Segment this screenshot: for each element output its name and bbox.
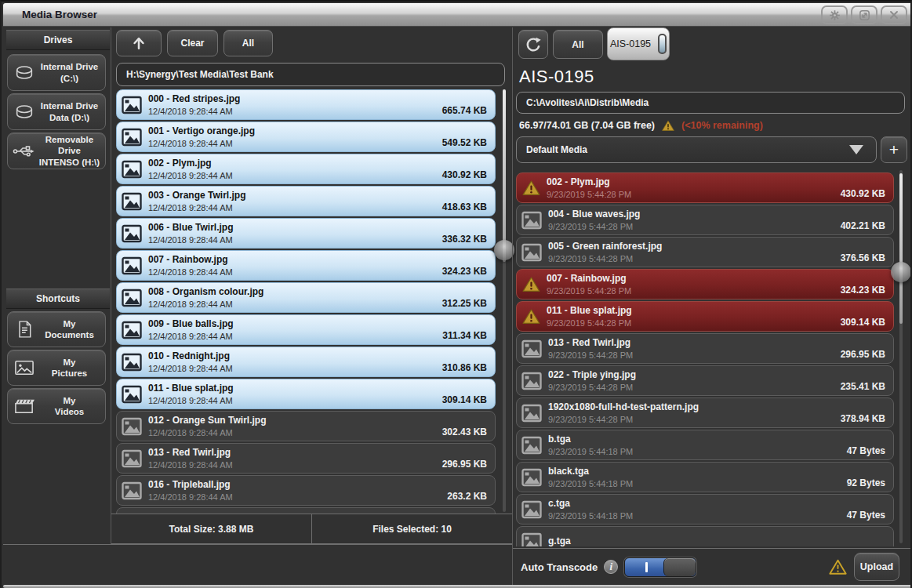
dest-scrollbar-track[interactable] (899, 170, 903, 543)
file-size: 47 Bytes (847, 510, 885, 521)
dest-file-row[interactable]: 1920x1080-full-hd-test-pattern.jpg 9/23/… (516, 397, 894, 428)
dest-path-field[interactable]: C:\Avolites\Ai\Distrib\Media (516, 92, 905, 114)
file-name: 010 - Rednight.jpg (148, 350, 233, 363)
panel-divider (512, 27, 513, 585)
file-size: 324.23 KB (841, 285, 885, 296)
dest-file-row[interactable]: b.tga 9/23/2019 5:44:18 PM 47 Bytes (516, 430, 894, 460)
source-file-row[interactable]: 010 - Rednight.jpg 12/4/2018 9:28:44 AM … (116, 347, 496, 377)
source-file-row[interactable]: 001 - Vertigo orange.jpg 12/4/2018 9:28:… (116, 122, 496, 152)
source-file-row[interactable]: 006 - Blue Twirl.jpg 12/4/2018 9:28:44 A… (116, 218, 496, 249)
source-footer: Total Size: 3.88 MB Files Selected: 10 (111, 514, 512, 544)
refresh-icon (525, 36, 542, 53)
resize-button[interactable] (851, 5, 877, 24)
dest-file-row[interactable]: 022 - Triple ying.jpg 9/23/2019 5:44:28 … (516, 365, 894, 396)
file-size: 296.95 KB (442, 459, 487, 470)
dest-bottom-bar: Auto Transcode i Upload (513, 548, 912, 585)
file-name: 022 - Triple ying.jpg (548, 369, 636, 382)
image-file-icon (122, 256, 142, 276)
source-file-row[interactable]: 012 - Orange Sun Twirl.jpg 12/4/2018 9:2… (116, 411, 496, 441)
dest-all-button[interactable]: All (553, 30, 603, 59)
source-file-row[interactable]: 013 - Red Twirl.jpg 12/4/2018 9:28:44 AM… (116, 443, 496, 474)
storage-info-row: 66.97/74.01 GB (7.04 GB free) (<10% rema… (519, 118, 763, 133)
source-path-field[interactable]: H:\Synergy\Test Media\Test Bank (116, 63, 505, 86)
clear-selection-button[interactable]: Clear (167, 30, 218, 56)
dest-file-row[interactable]: g.tga (516, 526, 894, 546)
dest-file-row[interactable]: 004 - Blue waves.jpg 9/23/2019 5:44:28 P… (516, 205, 894, 235)
dest-file-row[interactable]: 005 - Green rainforest.jpg 9/23/2019 5:4… (516, 237, 894, 267)
document-icon (12, 319, 37, 339)
dest-file-row[interactable]: 013 - Red Twirl.jpg 9/23/2019 5:44:28 PM… (516, 333, 894, 364)
refresh-button[interactable] (518, 30, 548, 59)
dest-file-row[interactable]: 002 - Plym.jpg 9/23/2019 5:44:28 PM 430.… (516, 172, 894, 203)
drive-button[interactable]: Removable DriveINTENSO (H:\) (7, 132, 106, 169)
drive-button[interactable]: Internal DriveData (D:\) (7, 93, 106, 130)
dest-file-row[interactable]: black.tga 9/23/2019 5:44:18 PM 92 Bytes (516, 462, 894, 492)
titlebar[interactable]: Media Browser (3, 3, 912, 27)
source-file-row[interactable]: 016 - Tripleball.jpg 12/4/2018 9:28:44 A… (116, 475, 496, 506)
file-date: 9/23/2019 5:44:28 PM (548, 253, 662, 264)
source-file-row[interactable]: 000 - Red stripes.jpg 12/4/2018 9:28:44 … (116, 89, 496, 120)
image-file-icon (122, 223, 142, 244)
source-file-row[interactable]: 007 - Rainbow.jpg 12/4/2018 9:28:44 AM 3… (116, 250, 496, 281)
file-size: 376.56 KB (841, 252, 885, 263)
warning-icon (521, 275, 541, 294)
shortcut-label: MyPictures (37, 357, 105, 379)
drive-button[interactable]: Internal Drive(C:\) (7, 54, 106, 91)
source-file-row[interactable]: 008 - Organism colour.jpg 12/4/2018 9:28… (116, 282, 496, 313)
drive-label: Internal DriveData (D:\) (37, 100, 105, 123)
file-size: 430.92 KB (442, 169, 487, 180)
usb-icon (12, 142, 37, 161)
source-file-row[interactable]: 003 - Orange Twirl.jpg 12/4/2018 9:28:44… (116, 186, 496, 216)
source-file-row[interactable]: 002 - Plym.jpg 12/4/2018 9:28:44 AM 430.… (116, 154, 496, 184)
window-title: Media Browser (22, 9, 97, 20)
close-button[interactable] (881, 5, 907, 24)
shortcut-button[interactable]: MyDocuments (7, 311, 106, 347)
dest-file-row[interactable]: c.tga 9/23/2019 5:44:18 PM 47 Bytes (516, 494, 894, 524)
image-file-icon (122, 320, 142, 340)
file-name: 007 - Rainbow.jpg (148, 254, 233, 267)
settings-button[interactable] (821, 5, 848, 24)
image-file-icon (521, 242, 542, 263)
file-size: 402.21 KB (841, 220, 885, 231)
dest-scrollbar-handle[interactable] (891, 262, 911, 282)
media-folder-select[interactable]: Default Media (516, 136, 877, 163)
file-date: 9/23/2019 5:44:28 PM (548, 221, 640, 232)
source-scrollbar-thumb[interactable] (503, 89, 506, 262)
hdd-icon (12, 64, 37, 82)
file-name: 002 - Plym.jpg (547, 176, 631, 189)
dest-scrollbar-thumb[interactable] (899, 173, 903, 324)
source-file-row[interactable]: 011 - Blue splat.jpg 12/4/2018 9:28:44 A… (116, 379, 496, 409)
drives-list: Internal Drive(C:\) Internal DriveData (… (2, 54, 100, 172)
upload-button[interactable]: Upload (854, 553, 899, 581)
add-media-folder-button[interactable]: + (881, 136, 907, 163)
file-size: 336.32 KB (442, 234, 487, 245)
file-date: 9/23/2019 5:44:28 PM (547, 285, 631, 296)
upload-warning-icon (828, 558, 848, 576)
tab-ais-0195[interactable]: AIS-0195 (607, 27, 670, 60)
file-size: 312.25 KB (442, 298, 487, 309)
auto-transcode-toggle[interactable] (624, 557, 696, 577)
image-file-icon (122, 448, 142, 469)
image-file-icon (122, 95, 142, 115)
dest-file-row[interactable]: 011 - Blue splat.jpg 9/23/2019 5:44:28 P… (516, 301, 894, 332)
dest-file-row[interactable]: 007 - Rainbow.jpg 9/23/2019 5:44:28 PM 3… (516, 269, 894, 299)
select-all-button[interactable]: All (223, 30, 273, 56)
chevron-down-icon (849, 145, 863, 154)
picture-icon (12, 358, 37, 377)
file-size: 311.34 KB (442, 330, 487, 341)
source-scrollbar-track[interactable] (503, 89, 506, 512)
resize-icon (858, 9, 871, 22)
info-icon[interactable]: i (604, 560, 618, 574)
up-directory-button[interactable] (116, 30, 162, 56)
tab-label: AIS-0195 (610, 38, 651, 49)
file-date: 9/23/2019 5:44:28 PM (548, 350, 633, 361)
storage-warning-icon (661, 119, 675, 132)
file-name: 000 - Red stripes.jpg (148, 93, 240, 106)
shortcut-button[interactable]: MyVideos (7, 388, 106, 424)
source-file-row[interactable]: 009 - Blue balls.jpg 12/4/2018 9:28:44 A… (116, 314, 496, 345)
file-name: g.tga (548, 535, 571, 546)
file-name: 001 - Vertigo orange.jpg (148, 125, 255, 138)
toggle-knob[interactable] (663, 558, 696, 576)
warning-icon (521, 179, 541, 198)
shortcut-button[interactable]: MyPictures (7, 350, 106, 386)
